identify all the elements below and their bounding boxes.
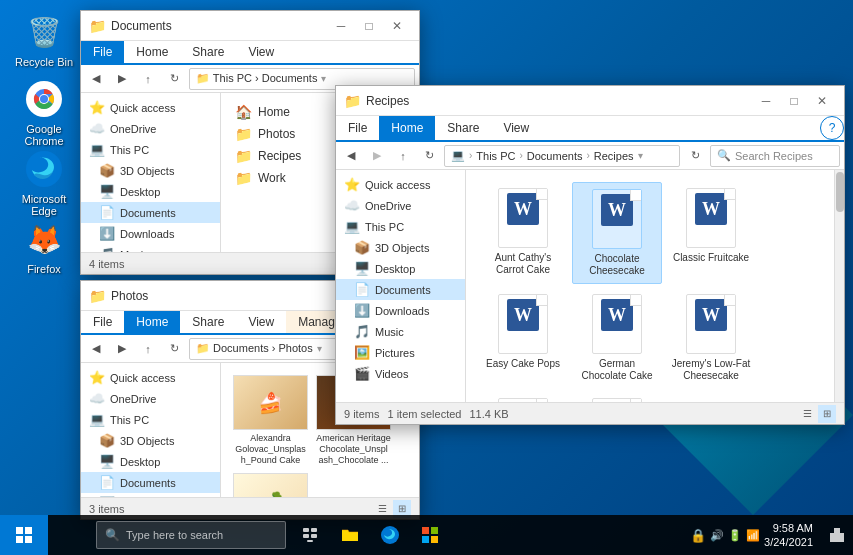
- tray-icon-4: 📶: [746, 529, 760, 542]
- recipes-back-button[interactable]: ◀: [340, 145, 362, 167]
- documents-tab-share[interactable]: Share: [180, 41, 236, 63]
- desktop-icon-chrome[interactable]: Google Chrome: [8, 75, 80, 151]
- photos-sidebar-quick-access[interactable]: ⭐ Quick access: [81, 367, 220, 388]
- photo-item-1[interactable]: 🍰 Alexandra Golovac_Unsplash_Pound Cake: [233, 375, 308, 465]
- taskbar-edge-button[interactable]: [370, 515, 410, 555]
- documents-close-button[interactable]: ✕: [383, 11, 411, 41]
- recipes-sidebar-desktop[interactable]: 🖥️ Desktop: [336, 258, 465, 279]
- taskbar-store-button[interactable]: [410, 515, 450, 555]
- documents-back-button[interactable]: ◀: [85, 68, 107, 90]
- photos-tab-share[interactable]: Share: [180, 311, 236, 333]
- recipes-file-aunt-cathys[interactable]: W Aunt Cathy's Carrot Cake: [478, 182, 568, 284]
- recipes-view-icons-button[interactable]: ⊞: [818, 405, 836, 423]
- taskbar-clock[interactable]: 9:58 AM 3/24/2021: [764, 521, 821, 550]
- documents-minimize-button[interactable]: ─: [327, 11, 355, 41]
- recipes-up-button[interactable]: ↑: [392, 145, 414, 167]
- recipes-title-icon: 📁: [344, 93, 360, 109]
- documents-up-button[interactable]: ↑: [137, 68, 159, 90]
- photos-tab-file[interactable]: File: [81, 311, 124, 333]
- photos-onedrive-icon: ☁️: [89, 391, 105, 406]
- recipes-file-classic-fruitcake[interactable]: W Classic Fruitcake: [666, 182, 756, 284]
- documents-label-sb: Documents: [120, 207, 176, 219]
- recipes-sidebar-quick-access[interactable]: ⭐ Quick access: [336, 174, 465, 195]
- recipes-minimize-button[interactable]: ─: [752, 86, 780, 116]
- folder-home-label: Home: [258, 105, 290, 119]
- onedrive-icon: ☁️: [89, 121, 105, 136]
- recipes-maximize-button[interactable]: □: [780, 86, 808, 116]
- recipes-sidebar-3d[interactable]: 📦 3D Objects: [336, 237, 465, 258]
- recipes-help-button[interactable]: ?: [820, 116, 844, 140]
- recipes-sidebar-pictures[interactable]: 🖼️ Pictures: [336, 342, 465, 363]
- photos-back-button[interactable]: ◀: [85, 338, 107, 360]
- taskbar-task-view-button[interactable]: [290, 515, 330, 555]
- photos-sidebar-documents[interactable]: 📄 Documents: [81, 472, 220, 493]
- documents-refresh-button[interactable]: ↻: [163, 68, 185, 90]
- german-choc-icon: W: [592, 294, 642, 354]
- photos-sidebar-onedrive[interactable]: ☁️ OneDrive: [81, 388, 220, 409]
- documents-sidebar-documents[interactable]: 📄 Documents: [81, 202, 220, 223]
- photos-sidebar-desktop[interactable]: 🖥️ Desktop: [81, 451, 220, 472]
- edge-icon: [24, 149, 64, 189]
- documents-tab-home[interactable]: Home: [124, 41, 180, 63]
- recipes-address-path[interactable]: 💻 › This PC › Documents › Recipes ▾: [444, 145, 680, 167]
- recipes-sidebar-downloads[interactable]: ⬇️ Downloads: [336, 300, 465, 321]
- photos-path-text: 📁 Documents › Photos: [196, 342, 313, 355]
- recipes-sidebar-onedrive[interactable]: ☁️ OneDrive: [336, 195, 465, 216]
- recipes-sidebar-videos[interactable]: 🎬 Videos: [336, 363, 465, 384]
- recipes-tab-share[interactable]: Share: [435, 116, 491, 140]
- desktop-icon-recycle-bin[interactable]: 🗑️ Recycle Bin: [8, 8, 80, 72]
- recipes-tab-view[interactable]: View: [491, 116, 541, 140]
- recipes-close-button[interactable]: ✕: [808, 86, 836, 116]
- recipes-file-nanas[interactable]: W Nana's Pound Cake: [478, 392, 568, 402]
- recipes-file-triple-choc[interactable]: W Triple Chocolate Cake: [572, 392, 662, 402]
- documents-tab-file[interactable]: File: [81, 41, 124, 63]
- recipes-sidebar-documents[interactable]: 📄 Documents: [336, 279, 465, 300]
- recipes-scrollbar[interactable]: [834, 170, 844, 402]
- recipes-file-german-choc[interactable]: W German Chocolate Cake: [572, 288, 662, 388]
- recipes-refresh-right-button[interactable]: ↻: [684, 145, 706, 167]
- recipes-tab-home[interactable]: Home: [379, 116, 435, 140]
- recipes-sidebar-this-pc[interactable]: 💻 This PC: [336, 216, 465, 237]
- recipes-search-box[interactable]: 🔍 Search Recipes: [710, 145, 840, 167]
- photos-tab-home[interactable]: Home: [124, 311, 180, 333]
- photos-forward-button[interactable]: ▶: [111, 338, 133, 360]
- documents-maximize-button[interactable]: □: [355, 11, 383, 41]
- documents-tab-view[interactable]: View: [236, 41, 286, 63]
- desktop-icon-edge[interactable]: Microsoft Edge: [8, 145, 80, 221]
- photo-item-3[interactable]: 🥕 Cristina Matos Albers_Unsplash_Carrot …: [233, 473, 308, 497]
- documents-sidebar-this-pc[interactable]: 💻 This PC: [81, 139, 220, 160]
- tray-icon-1: 🔒: [690, 528, 706, 543]
- recipes-view-details-button[interactable]: ☰: [798, 405, 816, 423]
- recipes-content: ⭐ Quick access ☁️ OneDrive 💻 This PC 📦 3…: [336, 170, 844, 402]
- recipes-file-chocolate-cheesecake[interactable]: W Chocolate Cheesecake: [572, 182, 662, 284]
- recipes-titlebar: 📁 Recipes ─ □ ✕: [336, 86, 844, 116]
- recipes-icon-grid: W Aunt Cathy's Carrot Cake W Chocolate C…: [470, 174, 840, 402]
- photos-tab-view[interactable]: View: [236, 311, 286, 333]
- recycle-bin-icon: 🗑️: [24, 12, 64, 52]
- photos-up-button[interactable]: ↑: [137, 338, 159, 360]
- documents-sidebar-desktop[interactable]: 🖥️ Desktop: [81, 181, 220, 202]
- recipes-tab-file[interactable]: File: [336, 116, 379, 140]
- photos-sidebar-3d[interactable]: 📦 3D Objects: [81, 430, 220, 451]
- photos-sidebar-this-pc[interactable]: 💻 This PC: [81, 409, 220, 430]
- recipes-forward-button[interactable]: ▶: [366, 145, 388, 167]
- photos-refresh-button[interactable]: ↻: [163, 338, 185, 360]
- quick-access-label: Quick access: [110, 102, 175, 114]
- documents-sidebar-downloads[interactable]: ⬇️ Downloads: [81, 223, 220, 244]
- recipes-file-easy-cake-pops[interactable]: W Easy Cake Pops: [478, 288, 568, 388]
- documents-sidebar-onedrive[interactable]: ☁️ OneDrive: [81, 118, 220, 139]
- start-button[interactable]: [0, 515, 48, 555]
- tray-icon-2: 🔊: [710, 529, 724, 542]
- documents-sidebar-3d-objects[interactable]: 📦 3D Objects: [81, 160, 220, 181]
- desktop-icon-firefox[interactable]: 🦊 Firefox: [8, 215, 80, 279]
- taskbar-notification-button[interactable]: [821, 515, 853, 555]
- taskbar-search[interactable]: 🔍 Type here to search: [96, 521, 286, 549]
- svg-rect-6: [25, 527, 32, 534]
- documents-forward-button[interactable]: ▶: [111, 68, 133, 90]
- documents-sidebar-music[interactable]: 🎵 Music: [81, 244, 220, 252]
- documents-sidebar-quick-access[interactable]: ⭐ Quick access: [81, 97, 220, 118]
- taskbar-file-explorer-button[interactable]: [330, 515, 370, 555]
- recipes-sidebar-music[interactable]: 🎵 Music: [336, 321, 465, 342]
- recipes-file-jeremys[interactable]: W Jeremy's Low-Fat Cheesecake: [666, 288, 756, 388]
- recipes-refresh-button[interactable]: ↻: [418, 145, 440, 167]
